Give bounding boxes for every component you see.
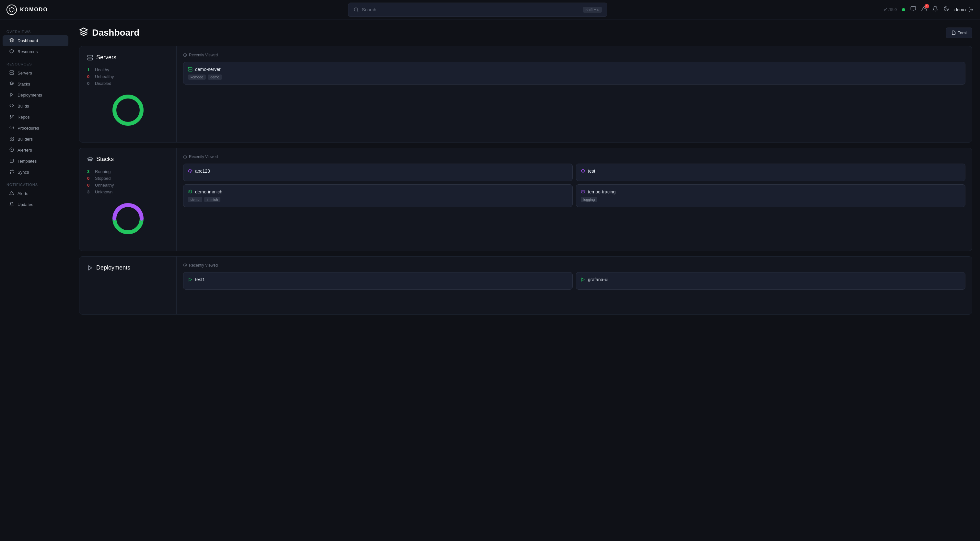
- svg-rect-17: [10, 137, 11, 138]
- clock-icon-deployments: [183, 263, 187, 267]
- demo-server-name: demo-server: [195, 67, 221, 72]
- sidebar-item-procedures[interactable]: Procedures: [3, 123, 68, 133]
- syncs-icon: [9, 170, 14, 175]
- sidebar-item-deployments[interactable]: Deployments: [3, 90, 68, 100]
- user-area[interactable]: demo: [955, 7, 974, 12]
- servers-unhealthy-label: Unhealthy: [95, 74, 114, 79]
- server-item-demo-server[interactable]: demo-server komodo demo: [183, 62, 966, 84]
- servers-unhealthy-num: 0: [87, 74, 92, 79]
- page-title-area: Dashboard: [79, 27, 139, 38]
- stacks-unknown-label: Unknown: [95, 189, 113, 194]
- sidebar-item-syncs-label: Syncs: [18, 170, 29, 175]
- nav-actions: v1.15.0 1 demo: [884, 6, 974, 13]
- username: demo: [955, 7, 966, 12]
- sidebar-item-stacks[interactable]: Stacks: [3, 79, 68, 89]
- test-title-row: test: [581, 168, 961, 174]
- deployments-card-title: Deployments: [96, 264, 130, 271]
- alerters-icon: [9, 148, 14, 153]
- moon-icon[interactable]: [943, 6, 949, 13]
- sidebar-item-servers[interactable]: Servers: [3, 68, 68, 78]
- stack-item-test[interactable]: test: [576, 163, 966, 181]
- sidebar-item-templates[interactable]: Templates: [3, 156, 68, 167]
- grafana-ui-name: grafana-ui: [588, 277, 608, 282]
- demo-server-icon: [188, 67, 192, 71]
- dashboard-icon: [9, 38, 14, 43]
- alert-icon[interactable]: 1: [921, 6, 927, 13]
- grafana-ui-icon: [581, 277, 585, 282]
- sidebar-item-templates-label: Templates: [18, 159, 37, 163]
- deployments-card-right: Recently Viewed test1: [177, 257, 972, 314]
- toml-button[interactable]: Toml: [946, 27, 972, 38]
- sidebar-item-alerters[interactable]: Alerters: [3, 145, 68, 155]
- tempo-tracing-name: tempo-tracing: [588, 189, 616, 194]
- tag-komodo: komodo: [188, 75, 206, 80]
- alerts-icon: [9, 191, 14, 196]
- app-body: Overviews Dashboard Resources Resources: [0, 19, 980, 541]
- svg-rect-8: [10, 73, 14, 75]
- servers-disabled-num: 0: [87, 81, 92, 86]
- alert-badge: 1: [924, 4, 929, 8]
- stack-item-demo-immich[interactable]: demo-immich demo immich: [183, 184, 573, 207]
- sidebar-item-dashboard[interactable]: Dashboard: [3, 35, 68, 46]
- stack-item-tempo-tracing[interactable]: tempo-tracing logging: [576, 184, 966, 207]
- svg-marker-6: [10, 49, 14, 53]
- svg-rect-34: [188, 70, 192, 71]
- stat-row: 0 Unhealthy: [87, 74, 169, 79]
- svg-rect-7: [10, 71, 14, 72]
- sidebar-item-updates[interactable]: Updates: [3, 199, 68, 210]
- search-shortcut: shift + s: [583, 7, 602, 13]
- svg-rect-19: [12, 139, 13, 140]
- svg-marker-0: [10, 7, 14, 12]
- monitor-icon[interactable]: [910, 6, 916, 13]
- deployments-card-icon: [87, 265, 93, 271]
- deployment-item-test1[interactable]: test1: [183, 272, 573, 290]
- svg-marker-45: [189, 278, 191, 281]
- stacks-unhealthy-label: Unhealthy: [95, 183, 114, 187]
- abc123-title-row: abc123: [188, 168, 568, 174]
- deployments-chart: [87, 286, 169, 307]
- stat-row: 3 Unknown: [87, 189, 169, 194]
- deployments-recently-viewed-label: Recently Viewed: [183, 263, 966, 268]
- sidebar-item-builds[interactable]: Builds: [3, 101, 68, 111]
- stacks-running-label: Running: [95, 169, 110, 174]
- stat-row: 0 Unhealthy: [87, 183, 169, 187]
- sidebar-item-builders[interactable]: Builders: [3, 134, 68, 144]
- sidebar-item-alerts[interactable]: Alerts: [3, 188, 68, 199]
- sidebar-item-resources[interactable]: Resources: [3, 46, 68, 57]
- svg-rect-28: [88, 58, 93, 60]
- servers-healthy-num: 1: [87, 67, 92, 72]
- deployment-item-grafana-ui[interactable]: grafana-ui: [576, 272, 966, 290]
- bell-icon[interactable]: [932, 6, 938, 13]
- test1-title-row: test1: [188, 277, 568, 282]
- svg-marker-43: [89, 266, 92, 270]
- deployments-items-grid: test1 grafana-ui: [183, 272, 966, 290]
- deployments-card: Deployments Recently Viewed: [79, 256, 972, 314]
- stacks-icon: [9, 81, 14, 87]
- servers-card-right: Recently Viewed demo-server komodo: [177, 46, 972, 142]
- logo-area: KOMODO: [6, 5, 71, 15]
- test-stack-name: test: [588, 168, 595, 174]
- page-header: Dashboard Toml: [79, 27, 972, 38]
- servers-chart: [87, 86, 169, 135]
- stack-item-abc123[interactable]: abc123: [183, 163, 573, 181]
- servers-card-icon: [87, 55, 93, 60]
- topnav: KOMODO Search shift + s v1.15.0 1: [0, 0, 980, 19]
- sidebar-item-syncs[interactable]: Syncs: [3, 167, 68, 178]
- servers-disabled-label: Disabled: [95, 81, 111, 86]
- dashboard-grid: Servers 1 Healthy 0 Unhealthy 0: [79, 46, 972, 314]
- stat-row: 0 Stopped: [87, 176, 169, 181]
- stat-row: 3 Running: [87, 169, 169, 174]
- svg-rect-20: [10, 139, 11, 140]
- svg-marker-41: [188, 190, 192, 192]
- demo-immich-title-row: demo-immich: [188, 189, 568, 194]
- builders-icon: [9, 136, 14, 142]
- tempo-tracing-title-row: tempo-tracing: [581, 189, 961, 194]
- sidebar-item-alerters-label: Alerters: [18, 148, 32, 152]
- sidebar-item-repos[interactable]: Repos: [3, 112, 68, 122]
- templates-icon: [9, 159, 14, 164]
- stacks-stopped-num: 0: [87, 176, 92, 181]
- stat-row: 0 Disabled: [87, 81, 169, 86]
- logo-icon: [6, 5, 17, 15]
- svg-rect-18: [12, 137, 13, 138]
- search-bar[interactable]: Search shift + s: [348, 3, 607, 17]
